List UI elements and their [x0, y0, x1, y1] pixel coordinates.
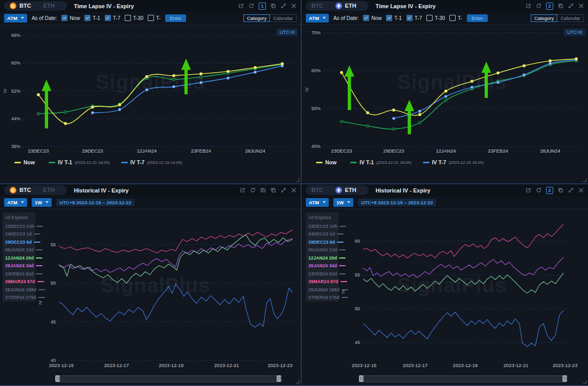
- popout-icon[interactable]: [526, 3, 531, 9]
- expiry-list-item[interactable]: 23FEB24 62d: [306, 270, 357, 278]
- expiry-label: 24DEC23 1d: [308, 231, 335, 237]
- expiry-list-item[interactable]: 27SEP24 279d: [3, 294, 54, 302]
- tab-btc[interactable]: BTC: [311, 185, 323, 195]
- checkbox-t-custom[interactable]: T-: [449, 15, 462, 21]
- slider-handle-right[interactable]: [277, 375, 281, 382]
- refresh-icon[interactable]: [536, 187, 541, 193]
- checkbox-now[interactable]: Now: [363, 15, 381, 21]
- expiry-list-item[interactable]: 28JUN24 188d: [306, 286, 357, 294]
- custom-days-input[interactable]: Enter: [165, 14, 186, 22]
- time-range-slider[interactable]: [359, 375, 567, 382]
- window-number-badge[interactable]: 2: [546, 3, 553, 10]
- checkbox-t30-label: T-30: [435, 15, 445, 21]
- checkbox-t7[interactable]: T-7: [105, 15, 120, 21]
- expiry-list-item[interactable]: 05JAN24 13d: [3, 246, 54, 254]
- expiry-swatch: [38, 289, 45, 290]
- window-number-badge[interactable]: 2: [546, 187, 553, 194]
- tab-btc[interactable]: B BTC: [10, 185, 31, 195]
- close-icon[interactable]: [578, 187, 584, 193]
- expiry-list-item[interactable]: 26JAN24 34d: [3, 262, 54, 270]
- timeframe-select[interactable]: 1W: [333, 198, 353, 207]
- strike-select[interactable]: ATM: [306, 198, 329, 207]
- duplicate-icon[interactable]: [270, 3, 276, 9]
- expiry-list-item[interactable]: 12JAN24 20d: [3, 254, 54, 262]
- legend-item[interactable]: IV T-1 (2023-12-21 16:00): [49, 159, 110, 165]
- checkbox-t7-label: T-7: [113, 15, 120, 21]
- expiry-list-item[interactable]: 23DEC23 24h: [306, 222, 357, 230]
- close-icon[interactable]: [291, 187, 297, 193]
- close-icon[interactable]: [578, 3, 584, 9]
- duplicate-icon[interactable]: [270, 187, 276, 193]
- category-button[interactable]: Category: [243, 14, 270, 22]
- legend-item[interactable]: IV T-1 (2023-12-21 16:00): [350, 159, 412, 165]
- custom-days-input[interactable]: Enter: [467, 14, 488, 22]
- expiry-list-item[interactable]: 24DEC23 1d: [3, 230, 54, 239]
- time-range-slider[interactable]: [55, 375, 281, 382]
- panel-header: BTC ETH Historical IV - Expiry 2: [302, 184, 588, 196]
- svg-text:IV: IV: [3, 89, 8, 93]
- close-icon[interactable]: [291, 3, 297, 9]
- checkbox-t1[interactable]: T-1: [84, 15, 100, 21]
- strike-select[interactable]: ATM: [4, 14, 27, 23]
- slider-handle-right[interactable]: [562, 375, 567, 382]
- calendar-button[interactable]: Calendar: [270, 14, 297, 22]
- legend-item[interactable]: IV T-7 (2023-12-15 16:00): [121, 159, 183, 165]
- fullscreen-icon[interactable]: [568, 3, 574, 9]
- expiry-list: All Expiries 23DEC23 24h 24DEC23 1d 29DE…: [3, 212, 54, 302]
- slider-handle-left[interactable]: [359, 375, 364, 382]
- expiry-list-item[interactable]: 29MAR24 97d: [3, 278, 54, 286]
- expiry-list-item[interactable]: 29MAR24 97d: [306, 278, 357, 286]
- refresh-icon[interactable]: [536, 3, 541, 9]
- checkbox-t-custom[interactable]: T-: [148, 15, 161, 21]
- eth-icon: [335, 3, 342, 9]
- tab-eth[interactable]: ETH: [335, 185, 356, 195]
- resize-corner[interactable]: [583, 380, 586, 383]
- popout-icon[interactable]: [526, 187, 531, 193]
- legend-item[interactable]: Now: [14, 159, 37, 165]
- strike-select[interactable]: ATM: [306, 14, 329, 23]
- duplicate-icon[interactable]: [558, 187, 563, 193]
- resize-corner[interactable]: [296, 178, 299, 182]
- checkbox-now[interactable]: Now: [61, 15, 80, 21]
- fullscreen-icon[interactable]: [568, 187, 574, 193]
- tab-btc[interactable]: BTC: [311, 1, 323, 11]
- expiry-list-item[interactable]: 26JAN24 34d: [306, 262, 357, 270]
- window-number-badge[interactable]: 1: [259, 3, 266, 10]
- tab-eth[interactable]: ETH: [335, 1, 356, 11]
- tab-eth[interactable]: ETH: [43, 1, 55, 11]
- slider-handle-left[interactable]: [55, 375, 60, 382]
- legend-item[interactable]: IV T-7 (2023-12-15 16:00): [423, 159, 484, 165]
- expiry-list-item[interactable]: 05JAN24 13d: [306, 246, 357, 254]
- expiry-list-item[interactable]: 27SEP24 279d: [306, 294, 357, 302]
- legend-swatch: [121, 162, 128, 163]
- popout-icon[interactable]: [238, 3, 244, 9]
- fullscreen-icon[interactable]: [281, 3, 286, 9]
- category-button[interactable]: Category: [531, 14, 558, 22]
- checkbox-t30[interactable]: T-30: [426, 15, 445, 21]
- calendar-button[interactable]: Calendar: [557, 14, 584, 22]
- checkbox-now-box: [61, 15, 67, 21]
- refresh-icon[interactable]: [250, 187, 256, 193]
- refresh-icon[interactable]: [248, 3, 254, 9]
- checkbox-t1[interactable]: T-1: [386, 15, 401, 21]
- expiry-list-item[interactable]: 12JAN24 20d: [306, 254, 357, 262]
- timeframe-select[interactable]: 1W: [32, 198, 52, 207]
- tab-eth[interactable]: ETH: [43, 185, 55, 195]
- fullscreen-icon[interactable]: [281, 187, 286, 193]
- resize-corner[interactable]: [296, 380, 299, 383]
- resize-corner[interactable]: [583, 178, 586, 182]
- expiry-list-item[interactable]: 23FEB24 62d: [3, 270, 54, 278]
- tab-btc[interactable]: B BTC: [10, 1, 31, 11]
- expiry-list-item[interactable]: 24DEC23 1d: [306, 230, 357, 239]
- duplicate-icon[interactable]: [558, 3, 563, 9]
- checkbox-t30[interactable]: T-30: [125, 15, 143, 21]
- expiry-list-item[interactable]: 28JUN24 188d: [3, 286, 54, 294]
- expiry-list-item[interactable]: 23DEC23 24h: [3, 222, 54, 230]
- folder-icon[interactable]: [260, 187, 266, 193]
- popout-icon[interactable]: [240, 187, 245, 193]
- legend-item[interactable]: Now: [316, 159, 339, 165]
- expiry-list-item[interactable]: 29DEC23 6d: [306, 238, 357, 246]
- strike-select[interactable]: ATM: [4, 198, 27, 207]
- expiry-list-item[interactable]: 29DEC23 6d: [3, 238, 54, 246]
- checkbox-t7[interactable]: T-7: [406, 15, 422, 21]
